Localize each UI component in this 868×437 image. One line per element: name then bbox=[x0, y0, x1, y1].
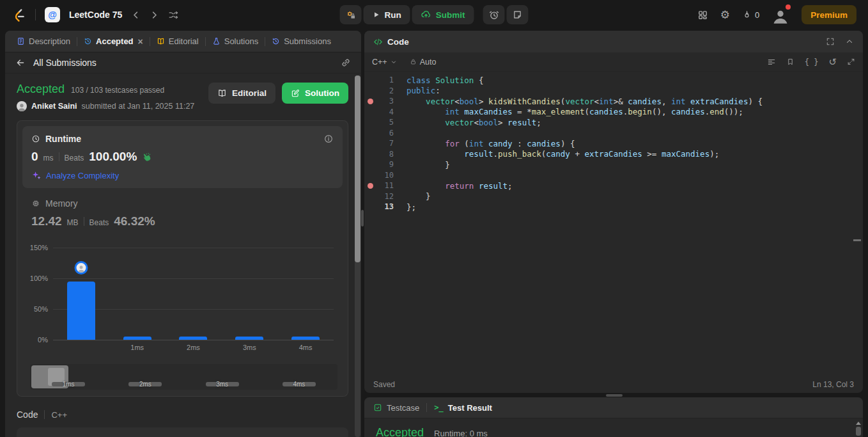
debugger-icon bbox=[345, 10, 356, 20]
editor-gutter[interactable]: 5 bbox=[364, 118, 394, 127]
tab-label: Accepted bbox=[96, 36, 134, 46]
scroll-up-arrow[interactable] bbox=[856, 422, 861, 425]
scrollbar-thumb[interactable] bbox=[355, 75, 360, 262]
test-panel-scrollbar[interactable] bbox=[855, 420, 862, 436]
code-line[interactable]: 8 result.push_back(candy + extraCandies … bbox=[364, 149, 863, 160]
link-icon[interactable] bbox=[341, 58, 351, 68]
chart-bar-slot[interactable]: 2ms bbox=[166, 248, 222, 340]
editor-gutter[interactable]: 2 bbox=[364, 86, 394, 95]
leetcode-logo-icon[interactable] bbox=[12, 8, 26, 22]
format-code-icon[interactable] bbox=[767, 58, 776, 67]
chart-bar[interactable] bbox=[235, 337, 263, 340]
next-question-button[interactable] bbox=[150, 10, 159, 20]
code-editor[interactable]: 1class Solution {2public:3 vector<bool> … bbox=[364, 72, 863, 376]
code-line[interactable]: 11 return result; bbox=[364, 180, 863, 191]
language-selector[interactable]: C++ bbox=[372, 58, 397, 67]
code-line[interactable]: 13}; bbox=[364, 202, 863, 212]
collapse-chevron-up-icon[interactable] bbox=[845, 37, 854, 46]
notes-button[interactable] bbox=[507, 5, 529, 24]
editor-gutter[interactable]: 4 bbox=[364, 107, 394, 116]
code-line[interactable]: 6 bbox=[364, 128, 863, 139]
minimap-slot: 4ms bbox=[261, 364, 337, 390]
breakpoint-dot[interactable] bbox=[368, 183, 373, 189]
editor-gutter[interactable]: 11 bbox=[364, 181, 394, 190]
chart-bar[interactable] bbox=[67, 282, 95, 340]
analyze-complexity-link[interactable]: Analyze Complexity bbox=[31, 170, 334, 180]
chart-bar[interactable] bbox=[291, 337, 320, 340]
tab-test-result[interactable]: >_ Test Result bbox=[434, 403, 492, 413]
chart-bar-slot[interactable]: 4ms bbox=[277, 248, 334, 340]
code-line[interactable]: 9 } bbox=[364, 159, 863, 170]
testcases-passed: 103 / 103 testcases passed bbox=[71, 86, 164, 95]
code-line[interactable]: 4 int maxCandies = *max_element(candies.… bbox=[364, 107, 863, 118]
left-panel-scrollbar[interactable] bbox=[355, 75, 360, 437]
solution-button[interactable]: Solution bbox=[282, 83, 348, 104]
memory-value: 12.42 bbox=[31, 214, 62, 228]
reset-code-icon[interactable]: ↺ bbox=[828, 57, 837, 67]
all-submissions-title[interactable]: All Submissions bbox=[33, 58, 97, 68]
close-icon[interactable]: × bbox=[138, 36, 143, 47]
editorial-button[interactable]: Editorial bbox=[208, 83, 275, 104]
memory-block[interactable]: Memory 12.42 MB Beats 46.32% bbox=[22, 188, 343, 232]
back-arrow-icon[interactable] bbox=[15, 58, 26, 68]
editor-gutter[interactable]: 6 bbox=[364, 129, 394, 138]
settings-gear-icon[interactable]: ⚙ bbox=[720, 10, 730, 20]
editor-gutter[interactable]: 12 bbox=[364, 192, 394, 201]
fullscreen-icon[interactable] bbox=[826, 37, 835, 46]
code-text: } bbox=[394, 191, 431, 201]
user-avatar[interactable] bbox=[771, 6, 789, 24]
chart-bar[interactable] bbox=[179, 337, 207, 340]
chart-bar-slot[interactable]: 1ms bbox=[109, 248, 166, 340]
breakpoint-dot[interactable] bbox=[368, 99, 373, 104]
tab-testcase[interactable]: Testcase bbox=[373, 403, 419, 413]
submitter-name[interactable]: Aniket Saini bbox=[31, 102, 77, 111]
chart-bar[interactable] bbox=[123, 337, 151, 340]
premium-button[interactable]: Premium bbox=[802, 5, 856, 24]
tab-submissions[interactable]: Submissions bbox=[267, 36, 336, 46]
tab-accepted[interactable]: Accepted × bbox=[79, 36, 148, 47]
layout-grid-icon[interactable] bbox=[697, 10, 708, 20]
editor-gutter[interactable]: 8 bbox=[364, 150, 394, 159]
editor-gutter[interactable]: 1 bbox=[364, 75, 394, 84]
editor-gutter[interactable]: 7 bbox=[364, 139, 394, 148]
runtime-chart-plot: 1ms2ms3ms4ms bbox=[53, 248, 334, 340]
run-button[interactable]: Run bbox=[364, 5, 410, 24]
study-plan-icon[interactable]: @ bbox=[45, 7, 60, 22]
horizontal-resize-handle[interactable] bbox=[606, 394, 623, 397]
tab-description[interactable]: Description bbox=[12, 36, 75, 46]
code-line[interactable]: 10 bbox=[364, 170, 863, 181]
editor-gutter[interactable]: 10 bbox=[364, 171, 394, 180]
topbar-divider bbox=[35, 9, 36, 20]
expand-diagonal-icon[interactable] bbox=[847, 58, 855, 66]
workspace-title[interactable]: LeetCode 75 bbox=[69, 10, 122, 20]
submit-button[interactable]: Submit bbox=[412, 5, 474, 24]
tab-solutions[interactable]: Solutions bbox=[207, 36, 263, 46]
runtime-block[interactable]: Runtime 0 ms Beats 100.00% bbox=[22, 126, 343, 188]
info-icon[interactable] bbox=[323, 134, 334, 144]
scrollbar-thumb[interactable] bbox=[856, 427, 861, 436]
shuffle-icon[interactable] bbox=[168, 10, 179, 20]
tab-editorial[interactable]: Editorial bbox=[151, 36, 204, 46]
chart-bar-slot[interactable] bbox=[53, 248, 109, 340]
autocomplete-toggle[interactable]: Auto bbox=[410, 58, 437, 67]
timer-button[interactable] bbox=[483, 5, 505, 24]
panel-resize-handle[interactable] bbox=[361, 210, 364, 226]
streak-counter[interactable]: 0 bbox=[742, 10, 759, 20]
chart-bar-slot[interactable]: 3ms bbox=[221, 248, 277, 340]
debugger-button[interactable] bbox=[340, 5, 362, 24]
code-line[interactable]: 1class Solution { bbox=[364, 75, 863, 86]
code-line[interactable]: 7 for (int candy : candies) { bbox=[364, 138, 863, 149]
editor-gutter[interactable]: 9 bbox=[364, 160, 394, 169]
prev-question-button[interactable] bbox=[131, 10, 141, 20]
code-line[interactable]: 5 vector<bool> result; bbox=[364, 117, 863, 128]
submission-code-preview[interactable]: class Solution { bbox=[17, 427, 348, 437]
code-line[interactable]: 3 vector<bool> kidsWithCandies(vector<in… bbox=[364, 96, 863, 107]
editor-gutter[interactable]: 3 bbox=[364, 97, 394, 106]
code-line[interactable]: 2public: bbox=[364, 86, 863, 97]
code-line[interactable]: 12 } bbox=[364, 191, 863, 202]
document-icon bbox=[17, 37, 25, 45]
editor-gutter[interactable]: 13 bbox=[364, 202, 394, 211]
braces-icon[interactable]: { } bbox=[805, 58, 819, 67]
test-result-runtime: Runtime: 0 ms bbox=[434, 429, 488, 437]
bookmark-icon[interactable] bbox=[786, 58, 794, 66]
